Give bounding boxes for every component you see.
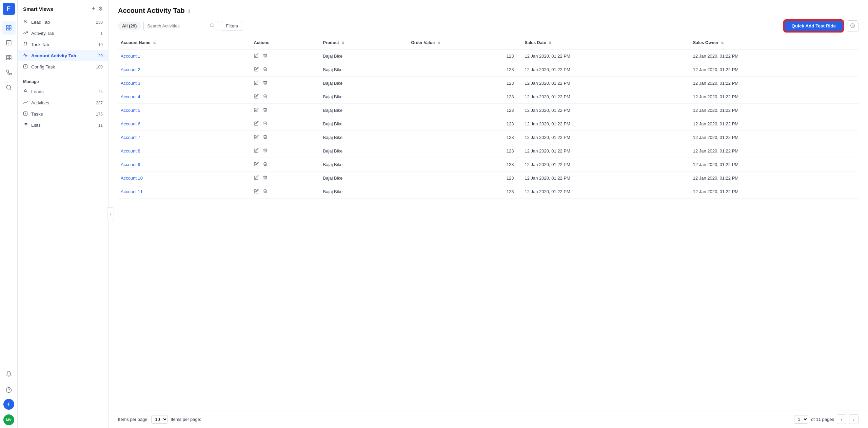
edit-icon[interactable] [254,53,259,59]
nav-grid[interactable] [2,51,16,64]
col-header-product[interactable]: Product ⇅ [320,36,409,49]
actions-cell [251,158,320,171]
delete-icon[interactable] [263,162,268,167]
sales-date-cell: 12 Jan 2020, 01:22 PM [522,171,690,185]
sales-owner-cell: 12 Jan 2020, 01:22 PM [690,158,859,171]
page-select[interactable]: 1 [794,415,808,424]
table-row: Account 8 Bajaj Bike 123 12 Jan 2020, 01… [118,144,859,158]
edit-icon[interactable] [254,162,259,167]
sidebar-item-lists[interactable]: Lists 11 [18,120,108,131]
sidebar-collapse-button[interactable]: ‹ [107,207,114,221]
account-name-cell: Account 8 [118,144,251,158]
items-per-page-select[interactable]: 10 20 50 [151,415,168,424]
sidebar-item-leads[interactable]: Leads 2k [18,86,108,97]
sidebar-add-button[interactable]: + [92,5,95,13]
search-input[interactable] [147,23,207,28]
delete-icon[interactable] [263,121,268,127]
nav-search[interactable] [2,81,16,94]
sidebar-item-task-tab[interactable]: Task Tab 10 [18,39,108,50]
delete-icon[interactable] [263,67,268,73]
sidebar-item-account-activity-tab[interactable]: Account Activity Tab 29 [18,50,108,61]
edit-icon[interactable] [254,135,259,140]
main-content: Account Activity Tab ℹ All (29) Filters … [108,0,868,428]
filters-button[interactable]: Filters [221,21,243,31]
delete-icon[interactable] [263,107,268,113]
account-name-cell: Account 9 [118,158,251,171]
search-box [143,21,218,31]
nav-phone[interactable] [2,66,16,79]
table-row: Account 10 Bajaj Bike 123 12 Jan 2020, 0… [118,171,859,185]
account-link[interactable]: Account 8 [121,148,140,154]
account-link[interactable]: Account 5 [121,108,140,113]
sidebar-item-tasks[interactable]: Tasks 176 [18,108,108,120]
sort-icon: ⇅ [341,41,344,45]
nav-smartviews[interactable] [2,21,16,35]
delete-icon[interactable] [263,175,268,181]
manage-section: Manage Leads 2k Activities 237 Tasks 176… [18,75,108,131]
sales-owner-cell: 12 Jan 2020, 01:22 PM [690,117,859,131]
sidebar-title: Smart Views [23,6,53,12]
app-logo[interactable]: F [3,3,15,15]
account-link[interactable]: Account 10 [121,176,143,181]
delete-icon[interactable] [263,80,268,86]
nav-dashboard[interactable] [2,36,16,49]
edit-icon[interactable] [254,67,259,73]
nav-help[interactable] [2,383,16,397]
col-header-sales-date[interactable]: Sales Date ⇅ [522,36,690,49]
actions-cell [251,131,320,144]
col-header-sales-owner[interactable]: Sales Owner ⇅ [690,36,859,49]
edit-icon[interactable] [254,189,259,195]
svg-rect-4 [6,40,11,45]
sidebar-header: Smart Views + ⚙ [18,5,108,17]
sort-icon: ⇅ [721,41,724,45]
col-header-order-value[interactable]: Order Value ⇅ [408,36,522,49]
delete-icon[interactable] [263,53,268,59]
quick-add-button[interactable]: Quick Add Test Ride [784,20,843,32]
account-link[interactable]: Account 1 [121,54,140,59]
order-value-cell: 123 [408,131,522,144]
account-name-cell: Account 10 [118,171,251,185]
edit-icon[interactable] [254,175,259,181]
delete-icon[interactable] [263,135,268,140]
lead-tab-count: 230 [96,20,103,25]
sales-owner-cell: 12 Jan 2020, 01:22 PM [690,49,859,63]
lead-tab-icon [23,19,28,25]
account-link[interactable]: Account 3 [121,81,140,86]
add-button[interactable]: + [3,399,14,410]
sales-date-cell: 12 Jan 2020, 01:22 PM [522,63,690,77]
delete-icon[interactable] [263,148,268,154]
next-page-button[interactable]: › [849,414,859,424]
account-link[interactable]: Account 6 [121,121,140,126]
items-per-page-label: Items per page: [118,417,149,422]
account-link[interactable]: Account 11 [121,189,143,194]
account-link[interactable]: Account 2 [121,67,140,72]
edit-icon[interactable] [254,80,259,86]
sidebar-item-config-task[interactable]: Config Task 100 [18,61,108,73]
edit-icon[interactable] [254,94,259,100]
svg-rect-5 [6,55,11,60]
sidebar-item-activity-tab[interactable]: Activity Tab 1 [18,28,108,39]
sidebar-item-activities[interactable]: Activities 237 [18,97,108,108]
account-link[interactable]: Account 4 [121,94,140,99]
user-avatar[interactable]: MV [3,414,14,425]
col-header-account-name[interactable]: Account Name ⇅ [118,36,251,49]
edit-icon[interactable] [254,107,259,113]
order-value-cell: 123 [408,104,522,117]
edit-icon[interactable] [254,148,259,154]
prev-page-button[interactable]: ‹ [837,414,846,424]
account-link[interactable]: Account 7 [121,135,140,140]
delete-icon[interactable] [263,94,268,100]
info-icon[interactable]: ℹ [188,8,190,14]
delete-icon[interactable] [263,189,268,195]
toolbar-left: All (29) Filters [118,21,243,31]
sales-date-cell: 12 Jan 2020, 01:22 PM [522,131,690,144]
edit-icon[interactable] [254,121,259,127]
account-link[interactable]: Account 9 [121,162,140,167]
product-cell: Bajaj Bike [320,49,409,63]
sidebar-item-lead-tab[interactable]: Lead Tab 230 [18,17,108,28]
all-badge[interactable]: All (29) [118,22,141,30]
nav-notifications[interactable] [2,367,16,381]
sidebar-settings-button[interactable]: ⚙ [98,5,103,13]
table-settings-button[interactable] [847,20,859,32]
main-header: Account Activity Tab ℹ All (29) Filters … [108,0,868,36]
